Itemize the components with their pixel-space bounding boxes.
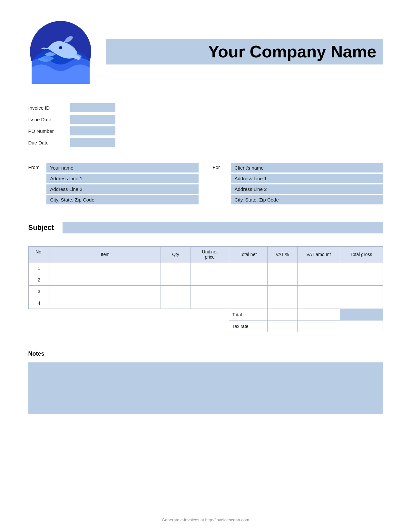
due-date-field[interactable] [70, 138, 115, 147]
row2-no[interactable]: 2 [28, 274, 50, 286]
from-address1[interactable]: Address Line 1 [46, 174, 199, 183]
row3-unit[interactable] [191, 286, 229, 297]
row2-unit[interactable] [191, 274, 229, 286]
footer-text: Generate e-invoices at http://invoiceoce… [162, 517, 249, 522]
for-city[interactable]: City, State, Zip Code [231, 195, 383, 204]
row1-no[interactable]: 1 [28, 262, 50, 274]
company-name: Your Company Name [106, 39, 383, 64]
col-header-total-net: Total net [229, 247, 267, 262]
svg-point-3 [60, 47, 62, 48]
row4-gross[interactable] [340, 297, 383, 309]
notes-label: Notes [28, 350, 383, 357]
table-row: 4 [28, 297, 383, 309]
row3-no[interactable]: 3 [28, 286, 50, 297]
invoice-id-field[interactable] [70, 103, 115, 112]
for-address1[interactable]: Address Line 1 [231, 174, 383, 183]
tax-rate-row: Tax rate [28, 320, 383, 332]
row4-qty[interactable] [161, 297, 191, 309]
subject-label: Subject [28, 223, 57, 232]
tax-rate-label: Tax rate [229, 320, 267, 332]
notes-field[interactable] [28, 362, 383, 414]
invoice-id-row: Invoice ID [28, 103, 383, 112]
total-row: Total [28, 309, 383, 320]
issue-date-label: Issue Date [28, 117, 70, 122]
total-vat-amt[interactable] [297, 309, 340, 320]
notes-divider [28, 345, 383, 345]
table-row: 1 [28, 262, 383, 274]
subject-field[interactable] [63, 222, 383, 233]
due-date-row: Due Date [28, 138, 383, 147]
row3-total-net[interactable] [229, 286, 267, 297]
row4-vat-amt[interactable] [297, 297, 340, 309]
total-label: Total [229, 309, 267, 320]
for-label: For [213, 163, 226, 170]
from-city[interactable]: City, State, Zip Code [46, 195, 199, 204]
for-fields: Client's name Address Line 1 Address Lin… [231, 163, 383, 206]
row2-total-net[interactable] [229, 274, 267, 286]
invoice-meta: Invoice ID Issue Date PO Number Due Date [28, 103, 383, 147]
row4-no[interactable]: 4 [28, 297, 50, 309]
subject-row: Subject [28, 222, 383, 233]
from-label: From [28, 163, 41, 170]
row3-gross[interactable] [340, 286, 383, 297]
row4-total-net[interactable] [229, 297, 267, 309]
row4-vat[interactable] [267, 297, 297, 309]
row3-vat-amt[interactable] [297, 286, 340, 297]
po-number-row: PO Number [28, 126, 383, 135]
col-header-unit: Unit netprice [191, 247, 229, 262]
from-block: From Your name Address Line 1 Address Li… [28, 163, 199, 206]
from-for-section: From Your name Address Line 1 Address Li… [28, 163, 383, 206]
table-header-row: No.. Item Qty Unit netprice Total net VA… [28, 247, 383, 262]
row1-unit[interactable] [191, 262, 229, 274]
row3-item[interactable] [50, 286, 161, 297]
col-header-vat-amt: VAT amount [297, 247, 340, 262]
row2-item[interactable] [50, 274, 161, 286]
tax-rate-vat[interactable] [267, 320, 297, 332]
due-date-label: Due Date [28, 140, 70, 145]
invoice-table: No.. Item Qty Unit netprice Total net VA… [28, 246, 383, 332]
row3-qty[interactable] [161, 286, 191, 297]
row2-qty[interactable] [161, 274, 191, 286]
row2-gross[interactable] [340, 274, 383, 286]
from-address2[interactable]: Address Line 2 [46, 184, 199, 194]
footer: Generate e-invoices at http://invoiceoce… [0, 517, 411, 522]
tax-rate-gross[interactable] [340, 320, 383, 332]
col-header-item: Item [50, 247, 161, 262]
total-vat[interactable] [267, 309, 297, 320]
po-number-label: PO Number [28, 128, 70, 134]
row2-vat-amt[interactable] [297, 274, 340, 286]
for-name[interactable]: Client's name [231, 163, 383, 172]
for-block: For Client's name Address Line 1 Address… [213, 163, 383, 206]
from-name[interactable]: Your name [46, 163, 199, 172]
for-address2[interactable]: Address Line 2 [231, 184, 383, 194]
table-row: 3 [28, 286, 383, 297]
total-gross[interactable] [340, 309, 383, 320]
col-header-vat: VAT % [267, 247, 297, 262]
row1-qty[interactable] [161, 262, 191, 274]
row1-total-net[interactable] [229, 262, 267, 274]
from-fields: Your name Address Line 1 Address Line 2 … [46, 163, 199, 206]
row1-vat[interactable] [267, 262, 297, 274]
issue-date-field[interactable] [70, 115, 115, 124]
table-row: 2 [28, 274, 383, 286]
col-header-gross: Total gross [340, 247, 383, 262]
header: Your Company Name [28, 19, 383, 84]
row1-item[interactable] [50, 262, 161, 274]
issue-date-row: Issue Date [28, 115, 383, 124]
row4-unit[interactable] [191, 297, 229, 309]
row2-vat[interactable] [267, 274, 297, 286]
row1-gross[interactable] [340, 262, 383, 274]
tax-rate-vat-amt[interactable] [297, 320, 340, 332]
col-header-no: No.. [28, 247, 50, 262]
row1-vat-amt[interactable] [297, 262, 340, 274]
row3-vat[interactable] [267, 286, 297, 297]
po-number-field[interactable] [70, 126, 115, 135]
invoice-id-label: Invoice ID [28, 105, 70, 111]
row4-item[interactable] [50, 297, 161, 309]
company-logo [28, 19, 93, 84]
col-header-qty: Qty [161, 247, 191, 262]
